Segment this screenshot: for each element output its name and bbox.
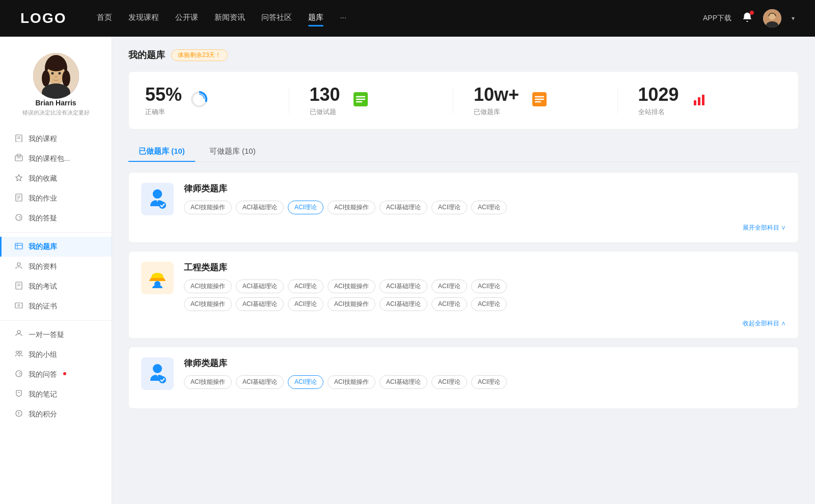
bank-tag-2-2[interactable]: ACI理论 [288, 279, 323, 293]
main-layout: Brian Harris 错误的决定比没有决定要好 我的课程 我的课程包... … [0, 37, 815, 504]
sidebar-item-course-pkg[interactable]: 我的课程包... [0, 149, 112, 169]
navbar-right: APP下载 ▾ [703, 9, 795, 27]
cert-icon [14, 301, 23, 311]
bank-tag-3-2[interactable]: ACI理论 [288, 375, 323, 389]
stat-label-rank: 全站排名 [638, 107, 679, 117]
bank-tags-1: ACI技能操作 ACI基础理论 ACI理论 ACI技能操作 ACI基础理论 AC… [184, 201, 786, 214]
bank-info-3: 律师类题库 ACI技能操作 ACI基础理论 ACI理论 ACI技能操作 ACI基… [184, 357, 786, 389]
nav-more[interactable]: ··· [340, 13, 346, 24]
bank-tags-2-row2: ACI技能操作 ACI基础理论 ACI理论 ACI技能操作 ACI基础理论 AC… [184, 297, 786, 311]
sidebar-item-points[interactable]: 我的积分 [0, 404, 112, 424]
sidebar-label-cert: 我的证书 [29, 302, 57, 311]
bank-tag-2-8[interactable]: ACI基础理论 [236, 297, 284, 311]
bank-tag-3-4[interactable]: ACI基础理论 [379, 375, 427, 389]
nav-links: 首页 发现课程 公开课 新闻资讯 问答社区 题库 ··· [97, 13, 703, 24]
divider-1 [0, 232, 112, 233]
nav-news[interactable]: 新闻资讯 [214, 13, 245, 24]
tab-done[interactable]: 已做题库 (10) [128, 142, 195, 161]
sidebar-item-tutor[interactable]: 一对一答疑 [0, 325, 112, 345]
stat-num-accuracy: 55% [145, 84, 182, 105]
bank-tag-2-4[interactable]: ACI基础理论 [379, 279, 427, 293]
bank-tag-3-1[interactable]: ACI基础理论 [236, 375, 284, 389]
sidebar-item-qa[interactable]: ? 我的答疑 [0, 208, 112, 228]
bank-tag-2-7[interactable]: ACI技能操作 [184, 297, 232, 311]
course-pkg-icon [14, 154, 23, 163]
expand-btn-1[interactable]: 展开全部科目 ∨ [743, 223, 786, 232]
content-area: 我的题库 体验剩余23天！ 55% 正确率 [112, 37, 815, 504]
avatar[interactable] [763, 9, 781, 27]
bank-info-1: 律师类题库 ACI技能操作 ACI基础理论 ACI理论 ACI技能操作 ACI基… [184, 183, 786, 214]
bank-tag-1-4[interactable]: ACI基础理论 [379, 201, 427, 214]
bank-tag-2-1[interactable]: ACI基础理论 [236, 279, 284, 293]
sidebar-item-cert[interactable]: 我的证书 [0, 296, 112, 316]
sidebar-item-group[interactable]: 我的小组 [0, 345, 112, 365]
sidebar-label-favorites: 我的收藏 [29, 174, 57, 183]
nav-qa[interactable]: 问答社区 [261, 13, 292, 24]
svg-point-11 [55, 76, 57, 78]
bank-tag-3-6[interactable]: ACI理论 [471, 375, 507, 389]
bank-tag-3-0[interactable]: ACI技能操作 [184, 375, 232, 389]
bank-tag-1-1[interactable]: ACI基础理论 [236, 201, 284, 214]
bank-tag-1-0[interactable]: ACI技能操作 [184, 201, 232, 214]
nav-question-bank[interactable]: 题库 [308, 13, 323, 24]
bank-title-3: 律师类题库 [184, 357, 786, 369]
stat-num-rank: 1029 [638, 84, 679, 105]
sidebar-menu: 我的课程 我的课程包... 我的收藏 我的作业 [0, 129, 112, 424]
expand-btn-2[interactable]: 收起全部科目 ∧ [743, 319, 786, 328]
bank-tags-2-row1: ACI技能操作 ACI基础理论 ACI理论 ACI技能操作 ACI基础理论 AC… [184, 279, 786, 293]
bank-footer-2: 收起全部科目 ∧ [141, 319, 786, 328]
nav-open-course[interactable]: 公开课 [175, 13, 198, 24]
bank-tag-1-6[interactable]: ACI理论 [471, 201, 507, 214]
bank-tag-1-5[interactable]: ACI理论 [431, 201, 467, 214]
sidebar-item-homework[interactable]: 我的作业 [0, 188, 112, 208]
svg-point-62 [153, 364, 162, 373]
bank-tag-3-3[interactable]: ACI技能操作 [328, 375, 375, 389]
bank-tag-2-0[interactable]: ACI技能操作 [184, 279, 232, 293]
nav-discover[interactable]: 发现课程 [128, 13, 159, 24]
stat-value-done-b: 10w+ 已做题库 [474, 84, 519, 117]
bank-tag-3-5[interactable]: ACI理论 [431, 375, 467, 389]
bank-tag-2-6[interactable]: ACI理论 [471, 279, 507, 293]
sidebar-item-favorites[interactable]: 我的收藏 [0, 169, 112, 188]
nav-home[interactable]: 首页 [97, 13, 112, 24]
avatar-image [763, 9, 781, 27]
bank-tag-2-11[interactable]: ACI基础理论 [379, 297, 427, 311]
avatar-chevron[interactable]: ▾ [792, 15, 795, 22]
sidebar-label-course: 我的课程 [29, 134, 57, 144]
bank-tag-2-13[interactable]: ACI理论 [471, 297, 507, 311]
svg-marker-19 [16, 175, 22, 181]
tutor-icon [14, 330, 23, 340]
sidebar-item-course[interactable]: 我的课程 [0, 129, 112, 149]
tab-available[interactable]: 可做题库 (10) [199, 142, 266, 161]
user-motto: 错误的决定比没有决定要好 [22, 109, 90, 117]
svg-point-34 [18, 304, 20, 306]
bank-icon-lawyer-1 [141, 183, 174, 215]
svg-point-58 [159, 202, 166, 209]
stat-icon-rank [691, 91, 708, 109]
bank-tag-1-3[interactable]: ACI技能操作 [328, 201, 375, 214]
bank-tag-2-9[interactable]: ACI理论 [288, 297, 323, 311]
sidebar-item-profile[interactable]: 我的资料 [0, 257, 112, 276]
sidebar-item-my-qa[interactable]: ? 我的问答 [0, 365, 112, 384]
notes-icon [14, 389, 23, 399]
bank-tag-1-2[interactable]: ACI理论 [288, 201, 323, 214]
bank-card-header-1: 律师类题库 ACI技能操作 ACI基础理论 ACI理论 ACI技能操作 ACI基… [141, 183, 786, 215]
stat-num-done-q: 130 [310, 84, 340, 105]
sidebar-label-profile: 我的资料 [29, 262, 57, 271]
sidebar-item-notes[interactable]: 我的笔记 [0, 384, 112, 404]
bank-tag-2-10[interactable]: ACI技能操作 [328, 297, 375, 311]
app-download-btn[interactable]: APP下载 [703, 14, 731, 23]
bank-tag-2-3[interactable]: ACI技能操作 [328, 279, 375, 293]
svg-text:?: ? [18, 215, 21, 220]
notification-dot [750, 11, 754, 15]
stat-accuracy: 55% 正确率 [145, 84, 289, 117]
bank-icon [14, 242, 23, 251]
tabs: 已做题库 (10) 可做题库 (10) [128, 142, 799, 162]
bank-tag-2-12[interactable]: ACI理论 [431, 297, 467, 311]
sidebar-item-bank[interactable]: 我的题库 [0, 237, 112, 257]
stat-icon-accuracy [190, 90, 208, 110]
bank-tag-2-5[interactable]: ACI理论 [431, 279, 467, 293]
sidebar-item-exam[interactable]: 我的考试 [0, 276, 112, 296]
notification-bell[interactable] [742, 12, 753, 25]
profile-icon [14, 262, 23, 271]
